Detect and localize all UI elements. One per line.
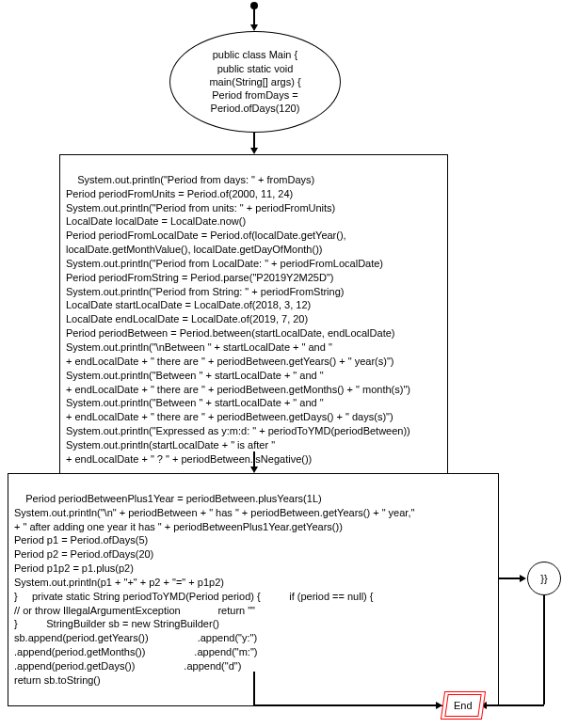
side-brace-text: }} bbox=[540, 573, 547, 584]
arrowhead-5 bbox=[520, 575, 526, 582]
arrowhead-2 bbox=[250, 148, 258, 154]
arrow-start-to-ellipse bbox=[253, 8, 255, 26]
code-block-2-text: Period periodBetweenPlus1Year = periodBe… bbox=[14, 493, 414, 686]
arrow-block2-to-side bbox=[499, 578, 522, 579]
code-block-1-text: System.out.println("Period from days: " … bbox=[66, 174, 410, 465]
arrowhead-3 bbox=[250, 467, 258, 473]
end-inner: End bbox=[444, 694, 481, 717]
arrow-side-to-end-h bbox=[486, 704, 544, 706]
flowchart-container: public class Main { public static void m… bbox=[0, 0, 578, 728]
end-node: End bbox=[442, 691, 484, 720]
arrow-side-to-end-v bbox=[543, 595, 545, 704]
arrow-block2-to-end-v bbox=[253, 672, 255, 705]
arrow-block2-to-end-h bbox=[253, 704, 438, 706]
start-node-text: public class Main { public static void m… bbox=[209, 48, 300, 115]
arrowhead-1 bbox=[250, 24, 258, 31]
start-node: public class Main { public static void m… bbox=[169, 31, 341, 133]
side-brace-node: }} bbox=[527, 562, 561, 595]
code-block-1: System.out.println("Period from days: " … bbox=[59, 154, 448, 484]
end-node-text: End bbox=[454, 700, 473, 711]
